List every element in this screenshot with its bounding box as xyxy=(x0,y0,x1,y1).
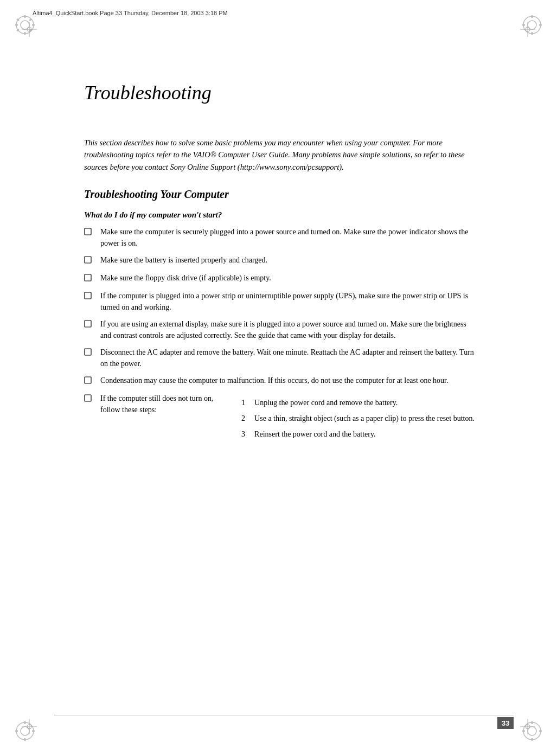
checkbox-icon xyxy=(84,319,96,331)
crosshair-tl xyxy=(22,22,37,37)
bullet-text-6: Condensation may cause the computer to m… xyxy=(100,375,475,386)
bullet-item-6: Condensation may cause the computer to m… xyxy=(84,375,475,387)
step-number: 3 xyxy=(241,428,254,440)
intro-paragraph: This section describes how to solve some… xyxy=(84,137,475,173)
header-bar: Altima4_QuickStart.book Page 33 Thursday… xyxy=(33,10,524,16)
svg-rect-20 xyxy=(15,731,18,732)
page-number: 33 xyxy=(497,717,514,729)
bullet-item-2: Make sure the floppy disk drive (if appl… xyxy=(84,272,475,285)
step-text-1: Use a thin, straight object (such as a p… xyxy=(254,413,475,424)
step-text-2: Reinsert the power cord and the battery. xyxy=(254,428,475,440)
page-title: Troubleshooting xyxy=(84,81,514,104)
bullet-list: Make sure the computer is securely plugg… xyxy=(84,226,514,444)
svg-rect-47 xyxy=(85,395,91,401)
section-heading: Troubleshooting Your Computer xyxy=(84,188,514,201)
checkbox-icon xyxy=(84,376,96,387)
step-number: 2 xyxy=(241,413,254,424)
svg-rect-12 xyxy=(532,15,533,18)
bullet-text-0: Make sure the computer is securely plugg… xyxy=(100,226,475,249)
checkbox-icon xyxy=(84,255,96,267)
bullet-text-1: Make sure the battery is inserted proper… xyxy=(100,254,475,266)
bullet-text-5: Disconnect the AC adapter and remove the… xyxy=(100,347,475,369)
svg-rect-46 xyxy=(85,377,91,383)
crosshair-tr xyxy=(520,22,535,37)
numbered-item-2: 3Reinsert the power cord and the battery… xyxy=(241,428,475,440)
bullet-item-4: If you are using an external display, ma… xyxy=(84,318,475,341)
step-number: 1 xyxy=(241,397,254,408)
svg-rect-45 xyxy=(85,349,91,355)
numbered-item-0: 1Unplug the power cord and remove the ba… xyxy=(241,397,475,408)
sub-heading: What do I do if my computer won't start? xyxy=(84,210,514,220)
content-area: Troubleshooting This section describes h… xyxy=(84,33,514,713)
checkbox-icon xyxy=(84,227,96,239)
checkbox-icon xyxy=(84,348,96,359)
page-number-area: 33 xyxy=(497,717,514,729)
bottom-line xyxy=(54,715,514,715)
svg-rect-41 xyxy=(85,257,91,263)
bullet-item-3: If the computer is plugged into a power … xyxy=(84,290,475,313)
crosshair-br xyxy=(520,719,535,734)
svg-rect-4 xyxy=(15,24,18,26)
svg-rect-15 xyxy=(539,24,542,26)
numbered-item-1: 2Use a thin, straight object (such as a … xyxy=(241,413,475,424)
bullet-text-3: If the computer is plugged into a power … xyxy=(100,290,475,313)
svg-rect-25 xyxy=(532,738,533,741)
numbered-list-7: 1Unplug the power cord and remove the ba… xyxy=(241,397,475,444)
header-text: Altima4_QuickStart.book Page 33 Thursday… xyxy=(33,10,524,16)
svg-rect-27 xyxy=(539,731,542,732)
checkbox-icon xyxy=(84,291,96,303)
step-text-0: Unplug the power cord and remove the bat… xyxy=(254,397,475,408)
svg-rect-19 xyxy=(24,738,26,741)
bullet-text-7: If the computer still does not turn on, … xyxy=(100,393,222,415)
bullet-text-4: If you are using an external display, ma… xyxy=(100,318,475,341)
bullet-item-5: Disconnect the AC adapter and remove the… xyxy=(84,347,475,369)
page: Altima4_QuickStart.book Page 33 Thursday… xyxy=(0,0,557,756)
checkbox-icon xyxy=(84,273,96,285)
svg-rect-44 xyxy=(85,321,91,327)
bullet-item-0: Make sure the computer is securely plugg… xyxy=(84,226,475,249)
svg-rect-40 xyxy=(85,228,91,235)
svg-rect-42 xyxy=(85,274,91,281)
svg-rect-2 xyxy=(24,15,26,18)
checkbox-icon xyxy=(84,394,96,405)
crosshair-bl xyxy=(22,719,37,734)
bullet-item-1: Make sure the battery is inserted proper… xyxy=(84,254,475,267)
bullet-text-2: Make sure the floppy disk drive (if appl… xyxy=(100,272,475,284)
svg-rect-43 xyxy=(85,292,91,299)
bullet-item-7: If the computer still does not turn on, … xyxy=(84,393,475,444)
